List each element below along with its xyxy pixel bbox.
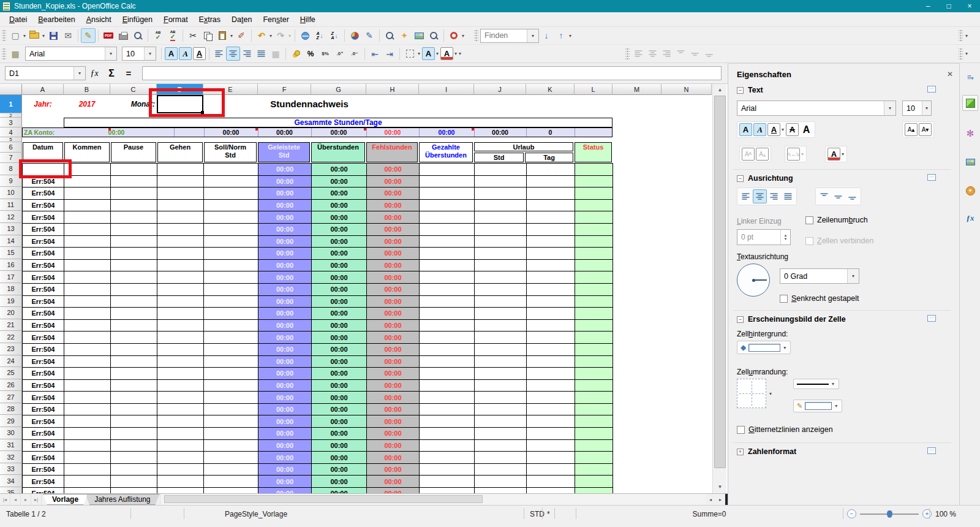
cell-I8[interactable] [420, 164, 475, 176]
vertical-scrollbar[interactable]: ▲ ▼ [712, 84, 726, 493]
cell-B9[interactable] [64, 176, 111, 188]
cell-F34[interactable]: 00:00 [258, 476, 312, 488]
row-header-18[interactable]: 18 [0, 283, 22, 295]
draw-functions-icon[interactable]: ✎ [362, 28, 377, 43]
cell-L22[interactable] [575, 332, 613, 344]
sidebar-tab-gallery[interactable] [962, 154, 978, 170]
find-combobox[interactable]: ▾ [480, 29, 539, 43]
zoom-out-icon[interactable]: − [847, 509, 856, 518]
decrease-indent-icon[interactable]: ⇤ [368, 47, 382, 61]
cell-F13[interactable]: 00:00 [258, 224, 312, 236]
cell-L28[interactable] [575, 404, 613, 416]
align-object-center-icon[interactable] [646, 47, 660, 61]
save-icon[interactable] [46, 28, 61, 43]
cell-A13[interactable]: Err:504 [23, 224, 64, 236]
shadow-button[interactable]: A [800, 123, 813, 136]
row-header-30[interactable]: 30 [0, 427, 22, 439]
align-right-button[interactable] [240, 47, 254, 61]
cell-A8[interactable] [23, 164, 64, 176]
cell-G35[interactable]: 00:00 [312, 488, 367, 493]
toolbar-grip[interactable] [625, 48, 630, 59]
column-header-M[interactable]: M [612, 84, 662, 95]
column-header-F[interactable]: F [258, 84, 311, 95]
cell-F30[interactable]: 00:00 [258, 428, 312, 440]
spellcheck-icon[interactable]: AB✓ [151, 28, 165, 43]
styles-icon[interactable]: ▦ [8, 47, 23, 61]
function-equals-icon[interactable]: = [121, 66, 137, 81]
rotation-degree-combobox[interactable]: 0 Grad ▾ [780, 268, 859, 284]
cell-E11[interactable] [204, 200, 258, 212]
cell-I23[interactable] [420, 344, 475, 356]
cell-D22[interactable] [157, 332, 204, 344]
column-header-J[interactable]: J [474, 84, 526, 95]
cell-J9[interactable] [475, 176, 527, 188]
select-all-corner[interactable] [0, 84, 22, 95]
find-previous-icon[interactable]: ↑ [554, 28, 568, 43]
autospellcheck-icon[interactable]: AB✓ [165, 28, 180, 43]
toolbar-grip[interactable] [959, 30, 963, 41]
cell-K34[interactable] [527, 476, 575, 488]
cell-D8[interactable] [157, 164, 204, 176]
cell-E31[interactable] [204, 440, 258, 452]
cell-K35[interactable] [527, 488, 575, 493]
cell-F16[interactable]: 00:00 [258, 260, 312, 272]
cell-A11[interactable]: Err:504 [23, 200, 64, 212]
cell-H13[interactable]: 00:00 [367, 224, 420, 236]
menu-hilfe[interactable]: Hilfe [295, 13, 321, 26]
zoom-track[interactable] [860, 514, 919, 515]
cell-J34[interactable] [475, 476, 527, 488]
cell-C1[interactable]: Monat: [110, 95, 157, 113]
toolbar-overflow-icon[interactable]: ▾ [459, 51, 461, 56]
gallery-icon[interactable] [412, 28, 426, 43]
header-ueberstunden[interactable]: Überstunden [311, 142, 365, 162]
cell-B29[interactable] [64, 415, 111, 428]
background-dropdown-icon[interactable]: ▾ [783, 345, 786, 351]
toolbar-grip[interactable] [2, 48, 6, 59]
cell-B21[interactable] [64, 320, 111, 332]
cell-L25[interactable] [575, 368, 613, 380]
cell-E28[interactable] [204, 404, 258, 416]
cell-I27[interactable] [420, 392, 475, 404]
vertical-scrollbar-thumb[interactable] [714, 96, 726, 468]
align-object-bottom-icon[interactable] [702, 47, 716, 61]
cell-J29[interactable] [475, 415, 527, 428]
alignment-dialog-launcher-icon[interactable]: ··· [927, 174, 936, 181]
cell-H26[interactable]: 00:00 [367, 380, 420, 392]
cell-L17[interactable] [575, 271, 613, 284]
cell-J24[interactable] [475, 356, 527, 368]
cell-J16[interactable] [475, 260, 527, 272]
cell-A26[interactable]: Err:504 [23, 380, 64, 392]
cell-D33[interactable] [157, 464, 204, 476]
font-color-dropdown-icon[interactable]: ▾ [842, 151, 844, 157]
cell-B26[interactable] [64, 380, 111, 392]
row-header-8[interactable]: 8 [0, 163, 22, 175]
cell-K26[interactable] [527, 380, 575, 392]
cell-A10[interactable]: Err:504 [23, 188, 64, 200]
page-style[interactable]: PageStyle_Vorlage [225, 510, 287, 518]
cell-I13[interactable] [420, 224, 475, 236]
header-pause[interactable]: Pause [111, 142, 156, 162]
cell-H22[interactable]: 00:00 [367, 332, 420, 344]
cell-G13[interactable]: 00:00 [312, 224, 367, 236]
scroll-up-icon[interactable]: ▲ [714, 85, 726, 95]
cell-B28[interactable] [64, 404, 111, 416]
email-icon[interactable]: ✉ [61, 28, 75, 43]
cell-A4[interactable]: ZA Konto: [24, 128, 68, 137]
cell-C34[interactable] [111, 476, 157, 488]
align-object-top-icon[interactable] [674, 47, 688, 61]
cell-G20[interactable]: 00:00 [312, 308, 367, 320]
cell-B32[interactable] [64, 452, 111, 464]
cell-K11[interactable] [527, 200, 575, 212]
cell-I35[interactable] [420, 488, 475, 493]
borders-dropdown-icon[interactable]: ▾ [418, 51, 420, 56]
cell-C8[interactable] [111, 164, 157, 176]
column-header-L[interactable]: L [575, 84, 612, 95]
cell-E24[interactable] [204, 356, 258, 368]
cell-A9[interactable]: Err:504 [23, 176, 64, 188]
sidebar-tab-properties[interactable] [962, 95, 978, 111]
find-next-icon[interactable]: ↓ [539, 28, 554, 43]
cell-I20[interactable] [420, 308, 475, 320]
cell-J32[interactable] [475, 452, 527, 464]
menu-datei[interactable]: Datei [4, 13, 32, 26]
cell-F33[interactable]: 00:00 [258, 464, 312, 476]
